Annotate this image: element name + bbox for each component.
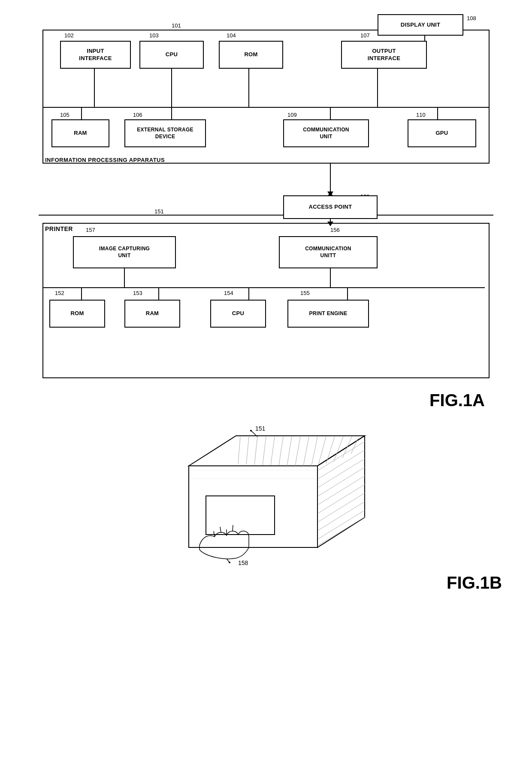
print-engine-box: PRINT ENGINE (287, 300, 369, 328)
rom-printer-box: ROM (49, 300, 105, 328)
comm-unit-top-box: COMMUNICATIONUNIT (283, 119, 369, 147)
svg-rect-58 (206, 496, 275, 535)
fig1b-section: 151 158 (13, 423, 519, 593)
printer-label: PRINTER (45, 225, 73, 232)
ram-printer-box: RAM (124, 300, 180, 328)
svg-line-50 (318, 475, 366, 504)
ref-158-printer: 158 (238, 559, 248, 566)
access-point-box: ACCESS POINT (283, 195, 378, 219)
ref-154: 154 (224, 290, 233, 296)
ref-156: 156 (330, 227, 340, 233)
printer-illustration: 151 158 (163, 423, 369, 569)
image-capturing-box: IMAGE CAPTURINGUNIT (73, 236, 176, 268)
svg-line-49 (318, 467, 366, 496)
cpu-printer-box: CPU (210, 300, 266, 328)
ref-107: 107 (360, 32, 370, 39)
svg-line-48 (318, 458, 366, 487)
ref-102: 102 (64, 32, 74, 39)
ram-box: RAM (51, 119, 109, 147)
printer-svg (163, 423, 369, 565)
svg-line-54 (318, 510, 366, 539)
ref-101: 101 (172, 22, 181, 29)
ref-108: 108 (467, 15, 476, 21)
svg-line-47 (318, 450, 366, 479)
svg-line-40 (311, 437, 317, 466)
ref-105: 105 (60, 112, 70, 118)
ref-151-line: 151 (154, 208, 164, 215)
svg-marker-28 (189, 466, 317, 547)
svg-line-59 (214, 531, 215, 537)
ref-152: 152 (55, 290, 64, 296)
ref-157: 157 (86, 227, 95, 233)
svg-line-39 (303, 437, 309, 466)
svg-line-53 (318, 501, 366, 530)
external-storage-box: EXTERNAL STORAGEDEVICE (124, 119, 206, 147)
svg-line-51 (318, 484, 366, 513)
svg-line-42 (326, 437, 335, 464)
svg-line-35 (271, 437, 275, 465)
svg-line-36 (279, 437, 283, 465)
fig1a-label: FIG.1A (30, 391, 502, 410)
comm-unit-printer-box: COMMUNICATIONUNITT (279, 236, 378, 268)
svg-line-31 (238, 437, 240, 464)
network-line (39, 215, 493, 216)
ref-109: 109 (287, 112, 297, 118)
cpu-top-box: CPU (139, 41, 204, 69)
ref-153: 153 (133, 290, 142, 296)
ref-104: 104 (227, 32, 236, 39)
svg-line-32 (246, 437, 249, 465)
display-unit-box: DISPLAY UNIT (378, 14, 463, 36)
svg-point-66 (229, 562, 230, 563)
fig1a-container: DISPLAY UNIT 108 101 102 INPUTINTERFACE … (30, 13, 502, 410)
svg-line-44 (342, 437, 352, 458)
svg-line-62 (233, 525, 233, 531)
ref-155: 155 (300, 290, 310, 296)
ref-106: 106 (133, 112, 142, 118)
svg-line-38 (295, 437, 300, 466)
svg-marker-19 (327, 222, 333, 226)
svg-line-52 (318, 492, 366, 522)
ipa-label: INFORMATION PROCESSING APPARATUS (45, 157, 165, 163)
fig1b-label: FIG.1B (13, 573, 519, 593)
svg-marker-30 (317, 436, 365, 547)
output-interface-box: OUTPUTINTERFACE (341, 41, 427, 69)
svg-line-55 (318, 517, 366, 545)
svg-line-37 (287, 437, 292, 466)
input-interface-box: INPUTINTERFACE (60, 41, 131, 69)
ref-151-printer: 151 (255, 425, 265, 432)
svg-line-60 (220, 527, 221, 532)
svg-line-34 (263, 437, 266, 465)
ref-110: 110 (416, 112, 426, 118)
svg-point-64 (250, 430, 252, 432)
gpu-box: GPU (408, 119, 476, 147)
page: DISPLAY UNIT 108 101 102 INPUTINTERFACE … (0, 0, 532, 781)
svg-marker-29 (189, 436, 365, 466)
svg-line-46 (318, 441, 366, 470)
ref-103: 103 (149, 32, 159, 39)
rom-top-box: ROM (219, 41, 283, 69)
diagram-fig1a: DISPLAY UNIT 108 101 102 INPUTINTERFACE … (39, 13, 493, 386)
svg-line-33 (254, 437, 257, 465)
